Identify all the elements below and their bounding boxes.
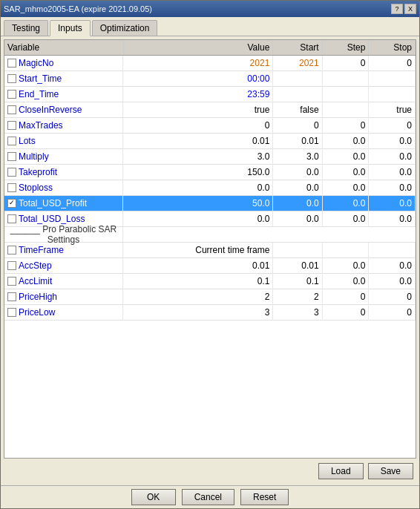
row-checkbox[interactable] <box>7 292 16 301</box>
variable-cell: PriceLow <box>4 305 123 320</box>
save-button[interactable]: Save <box>368 463 413 479</box>
stop-cell: 0.0 <box>369 196 416 211</box>
ok-button[interactable]: OK <box>131 489 176 505</box>
start-cell: 0.01 <box>273 134 322 149</box>
title-bar-buttons: ? X <box>391 4 416 14</box>
row-checkbox[interactable] <box>7 152 16 161</box>
value-cell: 0 <box>123 118 273 134</box>
help-button[interactable]: ? <box>391 4 403 14</box>
load-button[interactable]: Load <box>318 463 364 479</box>
title-bar: SAR_mhmo2005-EA (expire 2021.09.05) ? X <box>1 1 419 17</box>
start-cell: 0 <box>273 118 322 134</box>
variable-cell: Multiply <box>4 149 123 164</box>
step-cell: 0.0 <box>322 274 369 289</box>
stop-cell: 0.0 <box>369 165 416 180</box>
window-title: SAR_mhmo2005-EA (expire 2021.09.05) <box>4 4 152 13</box>
start-cell: 0.0 <box>273 180 322 196</box>
variable-name: Start_Time <box>19 73 62 84</box>
table-row[interactable]: ______ Pro Parabolic SAR Settings <box>4 227 416 243</box>
col-header-stop: Stop <box>369 40 416 56</box>
variable-name: MaxTrades <box>19 120 63 131</box>
table-row[interactable]: PriceLow3300 <box>4 305 416 321</box>
table-row[interactable]: Takeprofit150.00.00.00.0 <box>4 165 416 180</box>
row-checkbox[interactable] <box>7 308 16 317</box>
row-checkbox[interactable] <box>7 121 16 130</box>
start-cell <box>273 71 322 87</box>
row-checkbox[interactable] <box>7 168 16 177</box>
start-cell: 0.1 <box>273 274 322 289</box>
row-checkbox[interactable] <box>7 183 16 192</box>
step-cell: 0.0 <box>322 180 369 196</box>
table-row[interactable]: MaxTrades0000 <box>4 118 416 134</box>
table-row[interactable]: CloseInReversetruefalsetrue <box>4 102 416 118</box>
variable-name: End_Time <box>19 89 59 99</box>
col-header-value: Value <box>123 40 273 56</box>
tab-inputs[interactable]: Inputs <box>50 20 91 36</box>
row-checkbox[interactable] <box>7 199 16 208</box>
stop-cell: 0 <box>369 289 416 305</box>
stop-cell: true <box>369 102 416 118</box>
variable-cell: Start_Time <box>4 71 123 86</box>
step-cell <box>322 71 369 87</box>
variable-cell: Takeprofit <box>4 165 123 180</box>
step-cell <box>322 87 369 102</box>
table-row[interactable]: AccStep0.010.010.00.0 <box>4 258 416 274</box>
table-row[interactable]: Stoploss0.00.00.00.0 <box>4 180 416 196</box>
value-cell: 2021 <box>123 56 273 71</box>
row-checkbox[interactable] <box>7 277 16 286</box>
bottom-buttons: OK Cancel Reset <box>1 485 419 508</box>
table-row[interactable]: PriceHigh2200 <box>4 289 416 305</box>
variable-name: MagicNo <box>19 58 53 68</box>
table-row[interactable]: End_Time23:59 <box>4 87 416 102</box>
stop-cell: 0.0 <box>369 149 416 165</box>
table-row[interactable]: Lots0.010.010.00.0 <box>4 134 416 149</box>
tab-optimization[interactable]: Optimization <box>92 20 158 36</box>
row-checkbox[interactable] <box>7 105 16 114</box>
table-row[interactable]: AccLimit0.10.10.00.0 <box>4 274 416 289</box>
table-row[interactable]: Multiply3.03.00.00.0 <box>4 149 416 165</box>
row-checkbox[interactable] <box>7 137 16 145</box>
content-area: Variable Value Start Step Stop MagicNo20… <box>1 36 419 485</box>
inputs-table-container: Variable Value Start Step Stop MagicNo20… <box>4 39 416 459</box>
step-cell: 0 <box>322 118 369 134</box>
row-checkbox[interactable] <box>7 261 16 270</box>
footer-buttons: Load Save <box>4 459 416 482</box>
row-checkbox[interactable] <box>7 90 16 99</box>
row-checkbox[interactable] <box>7 59 16 68</box>
variable-name: Lots <box>19 136 36 146</box>
tab-bar: Testing Inputs Optimization <box>1 17 419 36</box>
close-button[interactable]: X <box>404 4 416 14</box>
table-row[interactable]: Total_USD_Profit50.00.00.00.0 <box>4 196 416 211</box>
reset-button[interactable]: Reset <box>240 489 289 505</box>
inputs-table: Variable Value Start Step Stop MagicNo20… <box>4 40 416 321</box>
row-checkbox[interactable] <box>7 74 16 83</box>
variable-name: TimeFrame <box>19 245 64 255</box>
start-cell: 0.0 <box>273 165 322 180</box>
row-checkbox[interactable] <box>7 246 16 254</box>
value-cell: 2 <box>123 289 273 305</box>
stop-cell <box>369 87 416 102</box>
start-cell: 0.01 <box>273 258 322 274</box>
value-cell: 50.0 <box>123 196 273 211</box>
step-cell: 0.0 <box>322 134 369 149</box>
row-checkbox[interactable] <box>7 214 16 223</box>
value-cell: true <box>123 102 273 118</box>
start-cell <box>273 243 322 258</box>
table-row[interactable]: MagicNo2021202100 <box>4 56 416 71</box>
variable-name: PriceHigh <box>19 292 57 302</box>
variable-cell: CloseInReverse <box>4 102 123 117</box>
variable-cell: AccStep <box>4 258 123 273</box>
tab-testing[interactable]: Testing <box>4 20 48 36</box>
value-cell: 3 <box>123 305 273 321</box>
cancel-button[interactable]: Cancel <box>182 489 234 505</box>
value-cell: 0.01 <box>123 134 273 149</box>
variable-name: Stoploss <box>19 183 53 193</box>
value-cell: 00:00 <box>123 71 273 87</box>
start-cell <box>273 87 322 102</box>
variable-name: Total_USD_Loss <box>19 214 85 224</box>
stop-cell: 0 <box>369 305 416 321</box>
table-row[interactable]: Start_Time00:00 <box>4 71 416 87</box>
variable-name: Takeprofit <box>19 167 57 177</box>
col-header-variable: Variable <box>4 40 123 56</box>
value-cell: 23:59 <box>123 87 273 102</box>
